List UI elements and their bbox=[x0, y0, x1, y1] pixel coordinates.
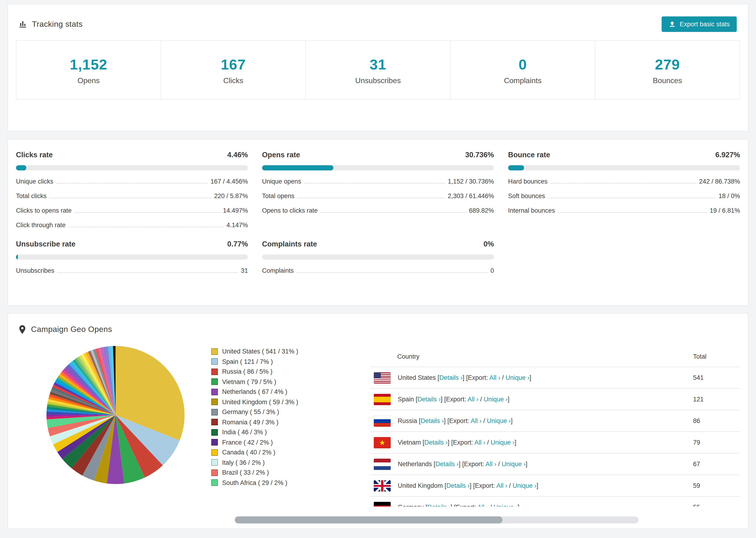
rate-header: Opens rate 30.736% bbox=[262, 151, 494, 159]
legend-label: United Kingdom ( 59 / 3% ) bbox=[222, 398, 298, 405]
export-all-link[interactable]: All › bbox=[467, 396, 478, 403]
country-cell: United Kingdom [Details ›] [Export: All … bbox=[398, 482, 693, 489]
stat-label: Bounces bbox=[595, 77, 739, 85]
stat-line: Internal bounces 19 / 6.81% bbox=[508, 207, 740, 214]
export-all-link[interactable]: All › bbox=[477, 504, 488, 507]
country-cell: Netherlands [Details ›] [Export: All › /… bbox=[398, 460, 693, 467]
tracking-stats-header: Tracking stats Export basic stats bbox=[8, 4, 748, 37]
stat-value: 0 bbox=[451, 56, 595, 73]
stat-line-label: Complaints bbox=[262, 267, 294, 274]
total-column-header: Total bbox=[693, 353, 740, 360]
export-unique-link[interactable]: Unique › bbox=[491, 439, 514, 446]
rate-block: Clicks rate 4.46% Unique clicks 167 / 4.… bbox=[16, 151, 248, 229]
stat-line-value: 0 bbox=[490, 267, 494, 274]
legend-label: Russia ( 86 / 5% ) bbox=[222, 368, 273, 375]
geo-opens-title: Campaign Geo Opens bbox=[31, 325, 112, 334]
stat-line-label: Unique clicks bbox=[16, 178, 53, 185]
rate-percent: 30.736% bbox=[465, 151, 494, 159]
flag-icon-vn: ★ bbox=[374, 437, 391, 448]
rate-title: Opens rate bbox=[262, 151, 300, 159]
total-cell: 86 bbox=[693, 417, 740, 424]
dotted-leader bbox=[57, 272, 238, 273]
legend-item: United States ( 541 / 31% ) bbox=[211, 348, 366, 355]
export-unique-link[interactable]: Unique › bbox=[487, 417, 511, 424]
legend-item: France ( 42 / 2% ) bbox=[211, 439, 366, 446]
details-link[interactable]: Details › bbox=[427, 504, 451, 507]
details-link[interactable]: Details › bbox=[439, 374, 462, 381]
table-row: Russia [Details ›] [Export: All › / Uniq… bbox=[370, 410, 740, 431]
stat-line-value: 1,152 / 30.736% bbox=[448, 178, 494, 185]
details-link[interactable]: Details › bbox=[417, 396, 441, 403]
horizontal-scrollbar-track[interactable] bbox=[235, 516, 639, 523]
geo-opens-header-left: Campaign Geo Opens bbox=[18, 325, 112, 334]
tracking-stats-title: Tracking stats bbox=[32, 20, 82, 29]
dotted-leader bbox=[548, 198, 716, 198]
export-unique-link[interactable]: Unique › bbox=[502, 460, 526, 467]
export-icon bbox=[669, 21, 676, 28]
legend-swatch bbox=[211, 348, 218, 355]
rate-title: Bounce rate bbox=[508, 151, 550, 159]
country-cell: Russia [Details ›] [Export: All › / Uniq… bbox=[398, 417, 693, 424]
details-link[interactable]: Details › bbox=[436, 460, 459, 467]
details-link[interactable]: Details › bbox=[421, 417, 444, 424]
export-all-link[interactable]: All › bbox=[496, 482, 507, 489]
legend-item: Russia ( 86 / 5% ) bbox=[211, 368, 366, 375]
legend-item: India ( 46 / 3% ) bbox=[211, 429, 366, 436]
progress-bar-fill bbox=[16, 165, 26, 170]
export-all-link[interactable]: All › bbox=[486, 460, 497, 467]
legend-swatch bbox=[211, 399, 218, 405]
star-icon: ★ bbox=[374, 437, 391, 448]
export-unique-link[interactable]: Unique › bbox=[484, 396, 508, 403]
export-unique-link[interactable]: Unique › bbox=[513, 482, 536, 489]
export-basic-stats-button[interactable]: Export basic stats bbox=[662, 17, 737, 32]
stat-line-value: 31 bbox=[241, 267, 248, 274]
progress-bar-fill bbox=[16, 254, 18, 260]
legend-swatch bbox=[211, 479, 218, 486]
legend-item: Canada ( 40 / 2% ) bbox=[211, 449, 366, 456]
dotted-leader bbox=[304, 183, 445, 184]
export-unique-link[interactable]: Unique › bbox=[506, 374, 529, 381]
export-all-link[interactable]: All › bbox=[489, 374, 500, 381]
stat-value: 279 bbox=[595, 56, 739, 73]
stats-row: 1,152 Opens 167 Clicks 31 Unsubscribes 0… bbox=[16, 40, 740, 99]
export-unique-link[interactable]: Unique › bbox=[494, 504, 517, 507]
dotted-leader bbox=[75, 212, 220, 213]
stat-cell: 167 Clicks bbox=[161, 40, 306, 99]
progress-bar bbox=[262, 254, 494, 260]
details-link[interactable]: Details › bbox=[446, 482, 469, 489]
stat-cell: 279 Bounces bbox=[595, 40, 740, 99]
stat-line-value: 689.82% bbox=[469, 207, 494, 214]
dashboard-page: Tracking stats Export basic stats 1,152 … bbox=[0, 0, 756, 538]
legend-swatch bbox=[211, 459, 218, 466]
legend-swatch bbox=[211, 389, 218, 395]
country-cell: Spain [Details ›] [Export: All › / Uniqu… bbox=[398, 396, 693, 403]
legend-item: Netherlands ( 67 / 4% ) bbox=[211, 388, 366, 395]
dotted-leader bbox=[558, 212, 707, 213]
export-all-link[interactable]: All › bbox=[471, 417, 482, 424]
horizontal-scrollbar-thumb[interactable] bbox=[235, 516, 503, 523]
dotted-leader bbox=[50, 198, 211, 198]
stat-line-label: Internal bounces bbox=[508, 207, 555, 214]
table-row: United States [Details ›] [Export: All ›… bbox=[370, 367, 740, 388]
table-row: Germany [Details ›] [Export: All › / Uni… bbox=[370, 496, 740, 507]
pie-legend: United States ( 541 / 31% ) Spain ( 121 … bbox=[211, 348, 366, 507]
stat-value: 167 bbox=[161, 56, 305, 73]
tracking-stats-header-left: Tracking stats bbox=[18, 20, 82, 29]
legend-item: Vietnam ( 79 / 5% ) bbox=[211, 378, 366, 385]
dotted-leader bbox=[550, 183, 696, 184]
geo-pie-chart bbox=[45, 345, 186, 485]
details-link[interactable]: Details › bbox=[424, 439, 448, 446]
flag-icon-gb bbox=[374, 480, 391, 491]
table-row: Spain [Details ›] [Export: All › / Uniqu… bbox=[370, 388, 740, 410]
rate-percent: 0.77% bbox=[227, 240, 248, 248]
legend-label: Germany ( 55 / 3% ) bbox=[222, 408, 279, 415]
stat-line-value: 14.497% bbox=[223, 207, 248, 214]
table-row: Netherlands [Details ›] [Export: All › /… bbox=[370, 453, 740, 475]
stat-line-value: 220 / 5.87% bbox=[214, 192, 248, 199]
legend-label: United States ( 541 / 31% ) bbox=[222, 348, 298, 355]
geo-content: United States ( 541 / 31% ) Spain ( 121 … bbox=[8, 345, 748, 507]
stat-line-label: Opens to clicks rate bbox=[262, 207, 318, 214]
geo-opens-card: Campaign Geo Opens United States ( 541 /… bbox=[8, 313, 748, 529]
stat-label: Complaints bbox=[451, 77, 595, 85]
export-all-link[interactable]: All › bbox=[474, 439, 486, 446]
